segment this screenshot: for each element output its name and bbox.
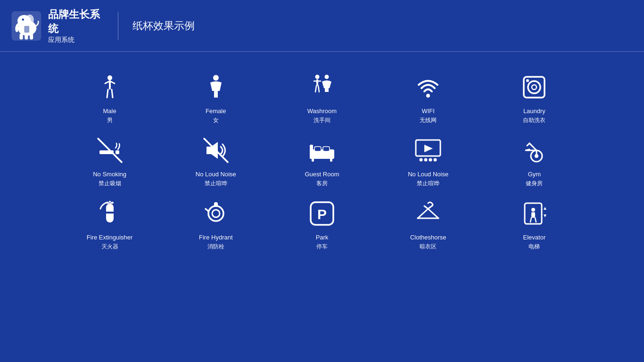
logo-area: 品牌生长系统 应用系统: [9, 7, 104, 45]
svg-point-41: [108, 201, 111, 203]
svg-rect-21: [116, 150, 119, 154]
svg-line-52: [535, 218, 536, 222]
wifi-label-zh: 无线网: [420, 116, 437, 124]
svg-point-43: [212, 210, 220, 217]
fire-extinguisher-label-zh: 灭火器: [101, 243, 118, 251]
male-label-zh: 男: [107, 116, 113, 124]
female-label-en: Female: [206, 107, 226, 115]
logo-icon: [9, 7, 43, 45]
fire-extinguisher-icon: [93, 197, 126, 230]
fire-hydrant-label-zh: 消防栓: [207, 243, 224, 251]
svg-point-37: [535, 154, 538, 158]
guest-room-label-zh: 客房: [316, 180, 328, 188]
svg-rect-28: [330, 158, 332, 162]
park-label-zh: 停车: [316, 243, 328, 251]
svg-point-13: [324, 75, 329, 79]
clotheshorse-label-en: Clotheshorse: [410, 234, 446, 241]
svg-rect-40: [106, 212, 114, 214]
icon-item-washroom: Washroom 洗手间: [269, 71, 375, 124]
washroom-icon: [305, 71, 339, 104]
svg-point-14: [426, 94, 430, 98]
wifi-icon: [412, 71, 445, 104]
svg-point-17: [532, 85, 537, 90]
icon-item-laundry: Laundry 自助洗衣: [481, 71, 587, 124]
laundry-icon: [518, 71, 551, 104]
guest-room-label-en: Guest Room: [305, 171, 339, 178]
brand-subtitle: 应用系统: [48, 36, 104, 44]
fire-hydrant-icon: [199, 197, 232, 230]
female-label-zh: 女: [213, 116, 219, 124]
header-divider: [118, 12, 118, 40]
svg-point-33: [429, 158, 432, 162]
svg-point-4: [22, 18, 24, 20]
svg-point-49: [531, 208, 535, 212]
no-smoking-label-en: No Smoking: [93, 171, 126, 178]
icon-item-wifi: WIFI 无线网: [375, 71, 481, 124]
elevator-label-zh: 电梯: [528, 243, 540, 251]
clotheshorse-label-zh: 晾衣区: [420, 243, 437, 251]
clotheshorse-icon: [412, 197, 445, 230]
brand-title: 品牌生长系统: [48, 8, 104, 36]
icon-item-gym: Gym 健身房: [481, 134, 587, 188]
park-label-en: Park: [316, 234, 329, 241]
svg-point-16: [528, 81, 540, 93]
gym-label-en: Gym: [528, 171, 541, 178]
icon-item-male: Male 男: [57, 71, 163, 124]
washroom-label-en: Washroom: [307, 107, 337, 115]
svg-rect-12: [316, 79, 318, 86]
header: 品牌生长系统 应用系统 纸杯效果示例: [0, 0, 644, 52]
screen-label-zh: 禁止喧哗: [417, 180, 439, 188]
main-content: Male 男 Female 女: [0, 52, 644, 260]
icon-item-no-loud-noise1: No Loud Noise 禁止喧哗: [163, 134, 269, 188]
svg-rect-24: [310, 145, 313, 159]
laundry-label-en: Laundry: [523, 107, 545, 115]
fire-hydrant-label-en: Fire Hydrant: [199, 234, 233, 241]
svg-rect-6: [25, 33, 28, 40]
no-smoking-label-zh: 禁止吸烟: [99, 180, 121, 188]
brand-text: 品牌生长系统 应用系统: [48, 8, 104, 44]
svg-rect-20: [99, 150, 114, 154]
elevator-icon: [518, 197, 551, 230]
laundry-label-zh: 自助洗衣: [523, 116, 545, 124]
male-icon: [93, 71, 126, 104]
svg-text:P: P: [317, 206, 327, 222]
svg-rect-26: [323, 147, 330, 151]
fire-extinguisher-label-en: Fire Extinguisher: [87, 234, 133, 241]
svg-point-10: [213, 75, 219, 81]
washroom-label-zh: 洗手间: [314, 116, 330, 124]
icon-item-screen: No Loud Noise 禁止喧哗: [375, 134, 481, 188]
screen-icon: [412, 134, 445, 167]
svg-rect-8: [24, 26, 29, 33]
svg-point-11: [315, 75, 319, 79]
svg-rect-50: [531, 212, 535, 218]
no-loud-noise1-label-zh: 禁止喧哗: [205, 180, 227, 188]
icon-grid-row1: Male 男 Female 女: [57, 71, 587, 251]
no-smoking-icon: [93, 134, 126, 167]
gym-label-zh: 健身房: [526, 180, 543, 188]
icon-item-clotheshorse: Clotheshorse 晾衣区: [375, 197, 481, 251]
icon-item-elevator: Elevator 电梯: [481, 197, 587, 251]
female-icon: [199, 71, 232, 104]
icon-item-park: P Park 停车: [269, 197, 375, 251]
svg-line-36: [526, 149, 529, 150]
svg-rect-23: [310, 149, 334, 159]
svg-line-51: [530, 218, 531, 222]
svg-marker-30: [424, 145, 433, 152]
svg-point-18: [526, 79, 529, 82]
elevator-label-en: Elevator: [523, 234, 546, 241]
svg-point-42: [208, 206, 223, 221]
icon-item-guest-room: Guest Room 客房: [269, 134, 375, 188]
svg-rect-7: [30, 33, 33, 40]
page-title: 纸杯效果示例: [132, 19, 195, 33]
icon-item-female: Female 女: [163, 71, 269, 124]
gym-icon: [518, 134, 551, 167]
no-loud-noise1-label-en: No Loud Noise: [196, 171, 236, 178]
icon-item-fire-extinguisher: Fire Extinguisher 灭火器: [57, 197, 163, 251]
svg-rect-27: [312, 158, 314, 162]
wifi-label-en: WIFI: [421, 107, 434, 115]
park-icon: P: [305, 197, 339, 230]
svg-point-3: [25, 14, 34, 25]
screen-label-en: No Loud Noise: [408, 171, 448, 178]
svg-point-34: [434, 158, 437, 162]
no-loud-noise1-icon: [199, 134, 232, 167]
